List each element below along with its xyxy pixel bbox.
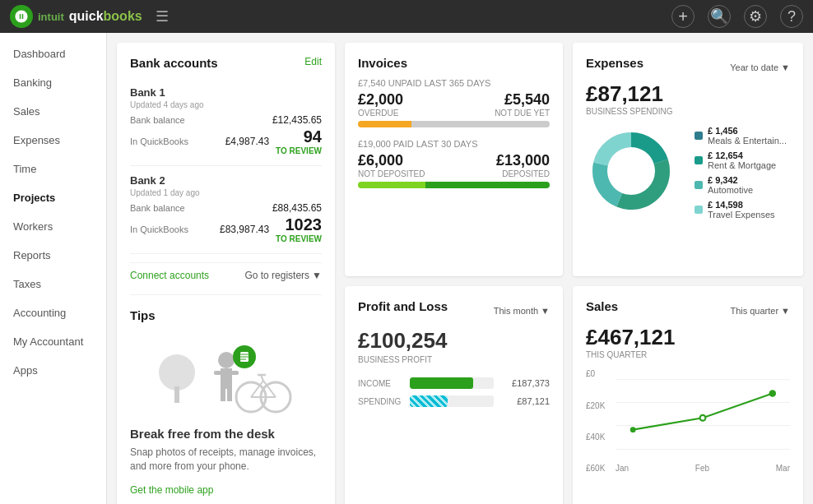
logo-intuit: intuit — [38, 11, 64, 23]
logo-quickbooks: quickbooks — [69, 9, 142, 24]
x-label-jan: Jan — [616, 464, 629, 473]
hamburger-menu[interactable]: ☰ — [156, 7, 169, 25]
plus-icon[interactable]: + — [671, 5, 695, 28]
sidebar-item-time[interactable]: Time — [0, 155, 106, 183]
bank1-balance: £12,435.65 — [272, 114, 322, 126]
sidebar-item-workers[interactable]: Workers — [0, 212, 106, 241]
bank1-qb-right: £4,987.43 94 TO REVIEW — [225, 127, 322, 155]
gear-icon[interactable]: ⚙ — [744, 5, 767, 28]
main-layout: Dashboard Banking Sales Expenses Time Pr… — [0, 33, 813, 504]
bank2-to-review[interactable]: TO REVIEW — [276, 234, 322, 243]
sales-title: Sales — [586, 299, 618, 313]
tips-tip-desc: Snap photos of receipts, manage invoices… — [130, 446, 322, 474]
bank-links: Connect accounts Go to registers ▼ — [130, 262, 322, 281]
svg-point-32 — [769, 391, 776, 397]
go-to-registers-link[interactable]: Go to registers ▼ — [244, 270, 322, 281]
sidebar-item-expenses[interactable]: Expenses — [0, 126, 106, 155]
bank2-qb-label: In QuickBooks — [130, 224, 188, 234]
expenses-content: £ 1,456 Meals & Entertain... £ 12,654 Re… — [586, 126, 790, 224]
pnl-header: Profit and Loss This month ▼ — [358, 299, 550, 321]
help-icon[interactable]: ? — [780, 5, 803, 28]
invoices-deposited-amount: £13,000 — [496, 152, 550, 169]
y-label-40k: £40K — [586, 432, 612, 442]
expenses-amount: £87,121 — [586, 81, 790, 107]
invoices-unpaid-bar — [358, 121, 550, 127]
chevron-down-icon: ▼ — [781, 62, 790, 72]
bank1-updated: Updated 4 days ago — [130, 100, 322, 109]
sidebar-item-dashboard[interactable]: Dashboard — [0, 39, 106, 68]
chevron-down-icon-registers: ▼ — [312, 270, 322, 281]
svg-point-8 — [218, 352, 235, 368]
pnl-spending-track — [410, 395, 494, 407]
y-label-60k: £60K — [586, 464, 612, 473]
expenses-header: Expenses Year to date ▼ — [586, 56, 790, 78]
sales-period-label: This quarter — [730, 306, 778, 316]
pnl-income-amount: £187,373 — [500, 378, 550, 388]
bank1-qb-balance: £4,987.43 — [225, 136, 269, 147]
pnl-spending-row: SPENDING £87,121 — [358, 395, 550, 407]
sidebar-item-banking[interactable]: Banking — [0, 68, 106, 97]
tips-illustration — [130, 331, 322, 427]
tips-tip-title: Break free from the desk — [130, 427, 322, 441]
connect-accounts-link[interactable]: Connect accounts — [130, 270, 209, 281]
bank1-qb-row: In QuickBooks £4,987.43 94 TO REVIEW — [130, 127, 322, 155]
legend-text-0: £ 1,456 Meals & Entertain... — [708, 126, 787, 146]
mobile-app-link[interactable]: Get the mobile app — [130, 484, 213, 496]
bank2-qb-balance: £83,987.43 — [220, 224, 269, 235]
bank1-review-count: 94 — [304, 127, 322, 146]
bank-card-header: Bank accounts Edit — [130, 56, 322, 78]
invoices-paid-amounts: £6,000 NOT DEPOSITED £13,000 DEPOSITED — [358, 152, 550, 178]
bank2-balance: £88,435.65 — [272, 202, 322, 214]
sales-period-selector[interactable]: This quarter ▼ — [730, 306, 790, 316]
sidebar-item-accounting[interactable]: Accounting — [0, 298, 106, 327]
sidebar: Dashboard Banking Sales Expenses Time Pr… — [0, 33, 107, 504]
invoices-overdue: £2,000 OVERDUE — [358, 91, 403, 118]
bank-accounts-title: Bank accounts — [130, 56, 218, 70]
invoices-unpaid-section: £7,540 UNPAID LAST 365 DAYS £2,000 OVERD… — [358, 78, 550, 127]
sidebar-item-my-accountant[interactable]: My Accountant — [0, 327, 106, 356]
sidebar-item-apps[interactable]: Apps — [0, 356, 106, 385]
legend-dot-2 — [695, 181, 703, 189]
sales-card: Sales This quarter ▼ £467,121 THIS QUART… — [573, 286, 803, 504]
invoices-unpaid-amounts: £2,000 OVERDUE £5,540 NOT DUE YET — [358, 91, 550, 118]
sidebar-item-projects[interactable]: Projects — [0, 183, 106, 212]
bank2-balance-row: Bank balance £88,435.65 — [130, 202, 322, 214]
y-label-0: £0 — [586, 369, 612, 378]
invoices-overdue-label: OVERDUE — [358, 109, 403, 118]
svg-rect-7 — [174, 386, 179, 403]
bank-account-1: Bank 1 Updated 4 days ago Bank balance £… — [130, 86, 322, 166]
chevron-down-icon-pnl: ▼ — [541, 306, 550, 316]
invoices-paid-label: £19,000 PAID LAST 30 DAYS — [358, 139, 550, 149]
expenses-period-selector[interactable]: Year to date ▼ — [730, 62, 790, 72]
bank1-to-review[interactable]: TO REVIEW — [276, 146, 322, 155]
legend-text-3: £ 14,598 Travel Expenses — [708, 200, 775, 220]
sidebar-item-taxes[interactable]: Taxes — [0, 270, 106, 298]
pnl-title: Profit and Loss — [358, 299, 448, 313]
legend-dot-3 — [695, 206, 703, 214]
sidebar-item-reports[interactable]: Reports — [0, 241, 106, 270]
sidebar-item-sales[interactable]: Sales — [0, 97, 106, 126]
invoices-not-due-fill — [411, 121, 550, 127]
pnl-period-selector[interactable]: This month ▼ — [494, 306, 550, 316]
pnl-income-label: INCOME — [358, 379, 403, 388]
search-icon[interactable]: 🔍 — [708, 5, 731, 28]
invoices-not-due: £5,540 NOT DUE YET — [495, 91, 550, 118]
bank2-balance-label: Bank balance — [130, 203, 185, 213]
invoices-deposited: £13,000 DEPOSITED — [496, 152, 550, 178]
invoices-not-deposited-label: NOT DEPOSITED — [358, 169, 425, 178]
pnl-amount: £100,254 — [358, 328, 550, 354]
invoices-title: Invoices — [358, 56, 550, 70]
bank2-review: 1023 TO REVIEW — [276, 215, 322, 243]
topnav-right: + 🔍 ⚙ ? — [671, 5, 803, 28]
sales-sub-label: THIS QUARTER — [586, 350, 790, 359]
legend-dot-1 — [695, 156, 703, 164]
pnl-income-row: INCOME £187,373 — [358, 377, 550, 389]
bank1-balance-row: Bank balance £12,435.65 — [130, 114, 322, 126]
sales-y-axis: £60K £40K £20K £0 — [586, 369, 612, 473]
legend-text-2: £ 9,342 Automotive — [708, 175, 753, 195]
bank2-balance-right: £88,435.65 — [272, 202, 322, 214]
sales-chart-wrapper: £60K £40K £20K £0 — [586, 369, 790, 473]
content-grid: Invoices £7,540 UNPAID LAST 365 DAYS £2,… — [107, 33, 813, 504]
bank-edit-button[interactable]: Edit — [304, 56, 322, 78]
invoices-deposited-fill — [425, 182, 550, 188]
